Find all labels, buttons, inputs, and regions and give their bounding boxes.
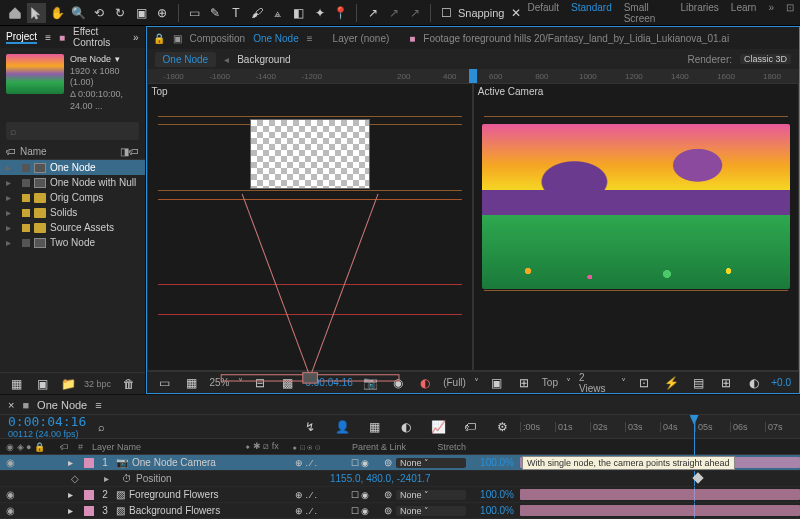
layer-row[interactable]: ◉▸1📷One Node Camera⊕ . ⁄ .☐ ◉⊚None ˅100.… — [0, 455, 800, 471]
home-icon[interactable] — [6, 3, 25, 23]
pickwhip-icon[interactable]: ⊚ — [384, 505, 392, 516]
visibility-icon[interactable]: ◉ — [4, 489, 16, 500]
breadcrumb-active[interactable]: One Node — [155, 52, 217, 67]
type-tool-icon[interactable]: T — [226, 3, 245, 23]
asset-row[interactable]: ▸Solids — [0, 205, 145, 220]
pen-tool-icon[interactable]: ✎ — [206, 3, 225, 23]
stretch-value[interactable]: 100.0% — [470, 457, 520, 468]
col-type-icon[interactable]: ◨ — [120, 146, 129, 157]
zoom-dropdown[interactable]: 25% — [210, 377, 230, 388]
col-name[interactable]: Name — [20, 146, 120, 157]
project-tab-menu-icon[interactable]: ≡ — [45, 32, 51, 43]
keyframe-icon[interactable] — [692, 472, 703, 483]
graph-editor-icon[interactable]: 📈 — [428, 417, 448, 437]
magnify-icon[interactable]: ▭ — [155, 373, 174, 393]
workspace-default[interactable]: Default — [527, 2, 559, 24]
views-dropdown[interactable]: 2 Views — [579, 372, 613, 394]
visibility-icon[interactable]: ◉ — [4, 505, 16, 516]
stopwatch-icon[interactable]: ⏱ — [122, 473, 132, 484]
breadcrumb-next[interactable]: Background — [237, 54, 290, 65]
motion-blur-icon[interactable]: ◐ — [396, 417, 416, 437]
asset-row[interactable]: ▸Two Node — [0, 235, 145, 250]
channel-icon[interactable]: ◉ — [388, 373, 407, 393]
puppet-tool-icon[interactable]: 📍 — [331, 3, 350, 23]
parent-dropdown[interactable]: None ˅ — [396, 506, 466, 516]
workspace-standard[interactable]: Standard — [571, 2, 612, 24]
timeline-comp-name[interactable]: One Node — [37, 399, 87, 411]
asset-row[interactable]: ▸Orig Comps — [0, 190, 145, 205]
dropdown-icon[interactable]: ▾ — [115, 54, 120, 66]
timeline-ruler[interactable]: :00s01s02s03s04s05s06s07s — [520, 415, 800, 438]
timeline-close-icon[interactable]: × — [8, 399, 14, 411]
visibility-icon[interactable]: ◉ — [4, 457, 16, 468]
res-half-icon[interactable]: ⊟ — [251, 373, 270, 393]
col-parent[interactable]: Parent & Link — [352, 442, 422, 452]
panel-overflow-icon[interactable]: » — [133, 32, 139, 43]
project-search[interactable]: ⌕ — [6, 122, 139, 140]
col-layer-name[interactable]: Layer Name — [92, 442, 232, 452]
workspace-small[interactable]: Small Screen — [624, 2, 669, 24]
axis-z-icon[interactable]: ↗ — [405, 3, 424, 23]
asset-row[interactable]: ▸One Node — [0, 160, 145, 175]
workspace-search-icon[interactable]: ⊡ — [786, 2, 794, 24]
new-folder-icon[interactable]: 📁 — [58, 374, 78, 394]
parent-dropdown[interactable]: None ˅ — [396, 490, 466, 500]
property-row[interactable]: ◇▸⏱ Position1155.0, 480.0, -2401.7 — [0, 471, 800, 487]
layer-bar[interactable] — [520, 489, 800, 500]
rotation-tool-icon[interactable]: ↻ — [111, 3, 130, 23]
layer-bar[interactable] — [520, 505, 800, 516]
col-number[interactable]: # — [78, 442, 92, 452]
layer-color-icon[interactable] — [84, 458, 94, 468]
parent-dropdown[interactable]: None ˅ — [396, 458, 466, 468]
layer-row[interactable]: ◉▸3▨Background Flowers⊕ . ⁄ .☐ ◉⊚None ˅1… — [0, 503, 800, 519]
roi-icon[interactable]: ▣ — [487, 373, 506, 393]
pickwhip-icon[interactable]: ⊚ — [384, 457, 392, 468]
new-comp-icon[interactable]: ▣ — [32, 374, 52, 394]
axis-x-icon[interactable]: ↗ — [363, 3, 382, 23]
asset-row[interactable]: ▸Source Assets — [0, 220, 145, 235]
camera-tool-icon[interactable]: ▣ — [132, 3, 151, 23]
viewport-active-camera[interactable]: Active Camera — [473, 83, 799, 371]
zoom-tool-icon[interactable]: 🔍 — [69, 3, 88, 23]
guides-icon[interactable]: ⊞ — [514, 373, 533, 393]
layer-tab[interactable]: Layer (none) — [333, 33, 390, 44]
fast-preview-icon[interactable]: ⚡ — [661, 373, 680, 393]
comp-mini-flowchart-icon[interactable]: ↯ — [300, 417, 320, 437]
timeline-icon[interactable]: ▤ — [689, 373, 708, 393]
alpha-icon[interactable]: ◐ — [416, 373, 435, 393]
pixel-aspect-icon[interactable]: ⊡ — [634, 373, 653, 393]
col-stretch[interactable]: Stretch — [422, 442, 472, 452]
bpc-label[interactable]: 32 bpc — [84, 379, 111, 389]
col-label-icon[interactable]: 🏷 — [129, 146, 139, 157]
flowchart-icon[interactable]: ⊞ — [716, 373, 735, 393]
workspace-more-icon[interactable]: » — [768, 2, 774, 24]
resolution-dropdown[interactable]: (Full) — [443, 377, 466, 388]
composition-name[interactable]: One Node — [253, 33, 299, 44]
pickwhip-icon[interactable]: ⊚ — [384, 489, 392, 500]
asset-row[interactable]: ▸One Node with Null — [0, 175, 145, 190]
viewport-top[interactable]: Top — [147, 83, 473, 371]
cog-icon[interactable]: ⚙ — [492, 417, 512, 437]
snapping-checkbox[interactable]: ☐ — [437, 3, 456, 23]
current-timecode[interactable]: 0:00:04:16 — [8, 414, 86, 429]
ruler-marker[interactable] — [469, 69, 477, 83]
anchor-tool-icon[interactable]: ⊕ — [153, 3, 172, 23]
workspace-learn[interactable]: Learn — [731, 2, 757, 24]
renderer-dropdown[interactable]: Classic 3D — [740, 54, 791, 64]
workspace-libraries[interactable]: Libraries — [681, 2, 719, 24]
viewer-timecode[interactable]: 0:00:04:16 — [305, 377, 352, 388]
exposure-value[interactable]: +0.0 — [771, 377, 791, 388]
tag-filter-icon[interactable]: 🏷 — [460, 417, 480, 437]
view-dropdown[interactable]: Top — [542, 377, 558, 388]
transparency-icon[interactable]: ▩ — [278, 373, 297, 393]
snapshot-icon[interactable]: 📷 — [361, 373, 380, 393]
brush-tool-icon[interactable]: 🖌 — [247, 3, 266, 23]
layer-color-icon[interactable] — [84, 490, 94, 500]
stretch-value[interactable]: 100.0% — [470, 505, 520, 516]
interpret-icon[interactable]: ▦ — [6, 374, 26, 394]
composition-tab-menu-icon[interactable]: ≡ — [307, 33, 313, 44]
stretch-value[interactable]: 100.0% — [470, 489, 520, 500]
eraser-tool-icon[interactable]: ◧ — [289, 3, 308, 23]
tag-icon[interactable]: 🏷 — [6, 146, 20, 157]
trash-icon[interactable]: 🗑 — [119, 374, 139, 394]
